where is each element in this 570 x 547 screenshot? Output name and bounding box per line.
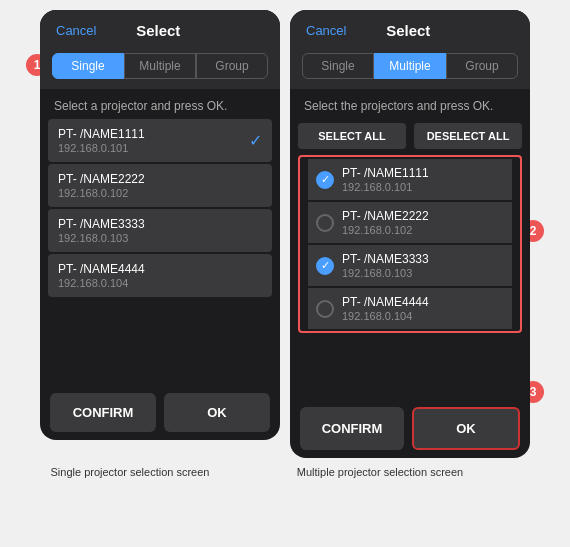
radio-checked-icon (316, 257, 334, 275)
right-phone: 2 3 Cancel Select Single Multiple Group … (290, 10, 530, 458)
right-tab-single[interactable]: Single (302, 53, 374, 79)
projector-ip: 192.168.0.104 (58, 277, 145, 289)
projector-ip: 192.168.0.102 (342, 224, 429, 236)
right-caption: Multiple projector selection screen (260, 466, 500, 478)
right-title: Select (386, 22, 430, 39)
left-tab-group[interactable]: Group (196, 53, 268, 79)
left-header: Cancel Select (40, 10, 280, 47)
projector-ip: 192.168.0.103 (58, 232, 145, 244)
right-ok-button[interactable]: OK (412, 407, 520, 450)
right-header: Cancel Select (290, 10, 530, 47)
projector-ip: 192.168.0.104 (342, 310, 429, 322)
left-instruction: Select a projector and press OK. (40, 89, 280, 119)
right-instruction: Select the projectors and press OK. (290, 89, 530, 119)
deselect-all-button[interactable]: DESELECT ALL (414, 123, 522, 149)
right-tab-multiple[interactable]: Multiple (374, 53, 446, 79)
right-action-row: CONFIRM OK (290, 399, 530, 458)
left-caption: Single projector selection screen (10, 466, 250, 478)
projector-name: PT- /NAME3333 (58, 217, 145, 231)
table-row[interactable]: PT- /NAME2222 192.168.0.102 (48, 164, 272, 207)
left-tab-bar: Single Multiple Group (40, 47, 280, 89)
radio-unchecked-icon (316, 214, 334, 232)
left-confirm-button[interactable]: CONFIRM (50, 393, 156, 432)
left-title: Select (136, 22, 180, 39)
projector-name: PT- /NAME4444 (342, 295, 429, 309)
radio-unchecked-icon (316, 300, 334, 318)
table-row[interactable]: PT- /NAME3333 192.168.0.103 (48, 209, 272, 252)
table-row[interactable]: PT- /NAME1111 192.168.0.101 (308, 159, 512, 200)
left-tab-single[interactable]: Single (52, 53, 124, 79)
right-projector-list: PT- /NAME1111 192.168.0.101 PT- /NAME222… (298, 155, 522, 333)
projector-name: PT- /NAME3333 (342, 252, 429, 266)
multiple-screen: Cancel Select Single Multiple Group Sele… (290, 10, 530, 458)
select-all-row: SELECT ALL DESELECT ALL (290, 119, 530, 155)
left-tab-multiple[interactable]: Multiple (124, 53, 196, 79)
left-projector-list: PT- /NAME1111 192.168.0.101 ✓ PT- /NAME2… (40, 119, 280, 297)
left-cancel[interactable]: Cancel (56, 23, 96, 38)
projector-ip: 192.168.0.101 (58, 142, 145, 154)
screen-captions: Single projector selection screen Multip… (10, 466, 560, 478)
right-confirm-button[interactable]: CONFIRM (300, 407, 404, 450)
table-row[interactable]: PT- /NAME1111 192.168.0.101 ✓ (48, 119, 272, 162)
projector-name: PT- /NAME1111 (342, 166, 429, 180)
radio-checked-icon (316, 171, 334, 189)
projector-ip: 192.168.0.102 (58, 187, 145, 199)
projector-name: PT- /NAME2222 (58, 172, 145, 186)
table-row[interactable]: PT- /NAME3333 192.168.0.103 (308, 245, 512, 286)
table-row[interactable]: PT- /NAME2222 192.168.0.102 (308, 202, 512, 243)
projector-name: PT- /NAME2222 (342, 209, 429, 223)
right-tab-bar: Single Multiple Group (290, 47, 530, 89)
left-ok-button[interactable]: OK (164, 393, 270, 432)
select-all-button[interactable]: SELECT ALL (298, 123, 406, 149)
left-action-row: CONFIRM OK (40, 385, 280, 440)
right-cancel[interactable]: Cancel (306, 23, 346, 38)
right-tab-group[interactable]: Group (446, 53, 518, 79)
projector-name: PT- /NAME1111 (58, 127, 145, 141)
table-row[interactable]: PT- /NAME4444 192.168.0.104 (48, 254, 272, 297)
projector-name: PT- /NAME4444 (58, 262, 145, 276)
single-screen: Cancel Select Single Multiple Group Sele… (40, 10, 280, 440)
left-phone: 1 Cancel Select Single Multiple Group Se… (40, 10, 280, 440)
table-row[interactable]: PT- /NAME4444 192.168.0.104 (308, 288, 512, 329)
projector-ip: 192.168.0.103 (342, 267, 429, 279)
projector-ip: 192.168.0.101 (342, 181, 429, 193)
checkmark-icon: ✓ (249, 131, 262, 150)
